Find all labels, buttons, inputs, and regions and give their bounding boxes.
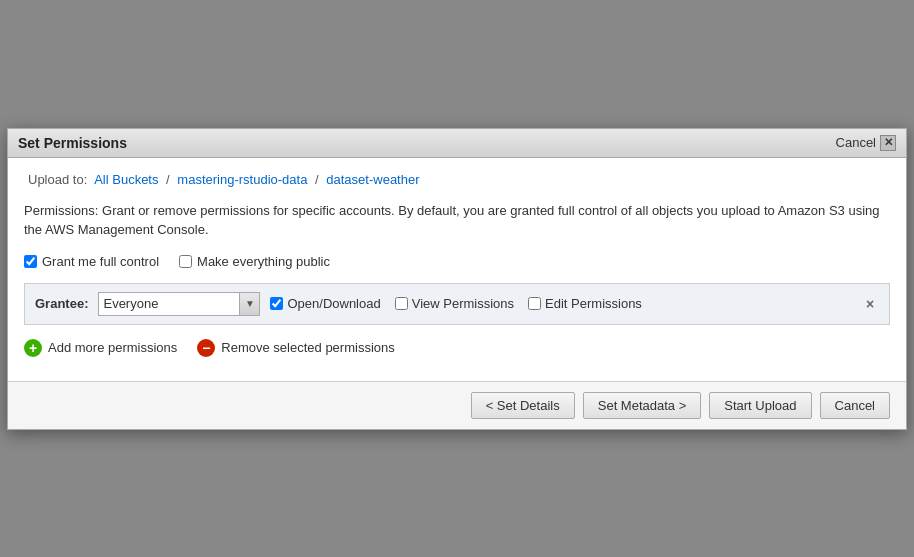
remove-permissions-button[interactable]: − Remove selected permissions — [197, 339, 394, 357]
breadcrumb-dataset[interactable]: dataset-weather — [326, 172, 419, 187]
add-icon: + — [24, 339, 42, 357]
dialog-title: Set Permissions — [18, 135, 127, 151]
start-upload-button[interactable]: Start Upload — [709, 392, 811, 419]
cancel-top-label[interactable]: Cancel — [836, 135, 876, 150]
open-download-checkbox[interactable] — [270, 297, 283, 310]
description-text: Permissions: Grant or remove permissions… — [24, 201, 890, 240]
breadcrumb-all-buckets[interactable]: All Buckets — [94, 172, 158, 187]
edit-permissions-checkbox[interactable] — [528, 297, 541, 310]
breadcrumb: Upload to: All Buckets / mastering-rstud… — [24, 172, 890, 187]
select-arrow-icon: ▼ — [239, 293, 259, 315]
actions-row: + Add more permissions − Remove selected… — [24, 339, 890, 357]
dialog-body: Upload to: All Buckets / mastering-rstud… — [8, 158, 906, 381]
open-download-label[interactable]: Open/Download — [270, 296, 380, 311]
permissions-table: Grantee: Authenticated Users Everyone Lo… — [24, 283, 890, 325]
dialog-footer: < Set Details Set Metadata > Start Uploa… — [8, 381, 906, 429]
make-public-text: Make everything public — [197, 254, 330, 269]
set-metadata-button[interactable]: Set Metadata > — [583, 392, 702, 419]
view-permissions-text: View Permissions — [412, 296, 514, 311]
add-permissions-button[interactable]: + Add more permissions — [24, 339, 177, 357]
grantee-select-wrapper[interactable]: Authenticated Users Everyone Log Deliver… — [98, 292, 260, 316]
close-button[interactable]: ✕ — [880, 135, 896, 151]
make-public-label[interactable]: Make everything public — [179, 254, 330, 269]
dialog-titlebar: Set Permissions Cancel ✕ — [8, 129, 906, 158]
grant-full-control-label[interactable]: Grant me full control — [24, 254, 159, 269]
breadcrumb-bucket-name[interactable]: mastering-rstudio-data — [177, 172, 307, 187]
set-permissions-dialog: Set Permissions Cancel ✕ Upload to: All … — [7, 128, 907, 430]
grant-full-control-checkbox[interactable] — [24, 255, 37, 268]
edit-permissions-text: Edit Permissions — [545, 296, 642, 311]
remove-permissions-label: Remove selected permissions — [221, 340, 394, 355]
breadcrumb-prefix: Upload to: — [28, 172, 87, 187]
add-permissions-label: Add more permissions — [48, 340, 177, 355]
remove-row-button[interactable]: × — [861, 295, 879, 313]
remove-icon: − — [197, 339, 215, 357]
breadcrumb-sep2: / — [315, 172, 319, 187]
open-download-text: Open/Download — [287, 296, 380, 311]
permission-row: Grantee: Authenticated Users Everyone Lo… — [25, 284, 889, 324]
grant-full-control-text: Grant me full control — [42, 254, 159, 269]
cancel-button[interactable]: Cancel — [820, 392, 890, 419]
view-permissions-label[interactable]: View Permissions — [395, 296, 514, 311]
edit-permissions-label[interactable]: Edit Permissions — [528, 296, 642, 311]
grantee-label: Grantee: — [35, 296, 88, 311]
permission-checkboxes: Open/Download View Permissions Edit Perm… — [270, 296, 851, 311]
cancel-top-area: Cancel ✕ — [836, 135, 896, 151]
make-public-checkbox[interactable] — [179, 255, 192, 268]
breadcrumb-sep1: / — [166, 172, 170, 187]
set-details-button[interactable]: < Set Details — [471, 392, 575, 419]
view-permissions-checkbox[interactable] — [395, 297, 408, 310]
grantee-select[interactable]: Authenticated Users Everyone Log Deliver… — [99, 293, 239, 315]
options-row: Grant me full control Make everything pu… — [24, 254, 890, 269]
